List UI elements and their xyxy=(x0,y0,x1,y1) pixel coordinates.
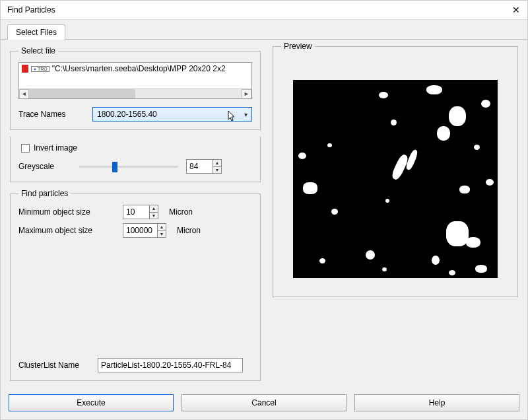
trace-names-label: Trace Names xyxy=(18,110,84,119)
file-type-icon: TRO xyxy=(31,66,50,72)
scroll-left-icon[interactable]: ◄ xyxy=(19,89,29,99)
cluster-label: ClusterList Name xyxy=(18,361,91,370)
file-item[interactable]: TRO "C:\Users\marten.seeba\Desktop\MPP 2… xyxy=(19,63,251,75)
close-icon[interactable]: ✕ xyxy=(512,5,521,15)
max-size-spinner[interactable]: ▲ ▼ xyxy=(123,223,166,238)
max-size-input[interactable] xyxy=(123,223,157,238)
min-size-label: Minimum object size xyxy=(18,207,117,217)
find-particles-legend: Find particles xyxy=(18,189,71,198)
invert-image-checkbox[interactable] xyxy=(21,144,30,153)
cancel-button[interactable]: Cancel xyxy=(182,394,346,411)
select-file-legend: Select file xyxy=(18,46,58,55)
tab-bar: Select Files xyxy=(1,19,527,39)
greyscale-value-input[interactable] xyxy=(186,159,213,174)
cursor-pointer-icon xyxy=(228,110,237,122)
select-file-group: Select file TRO "C:\Users\marten.seeba\D… xyxy=(10,46,261,130)
spinner-up-icon[interactable]: ▲ xyxy=(157,223,166,230)
content-area: Select file TRO "C:\Users\marten.seeba\D… xyxy=(1,39,527,388)
invert-image-row: Invert image xyxy=(21,143,252,153)
min-size-input[interactable] xyxy=(123,205,149,219)
slider-thumb[interactable] xyxy=(112,162,117,172)
horizontal-scrollbar[interactable]: ◄ ► xyxy=(19,88,251,98)
greyscale-row: Greyscale ▲ ▼ xyxy=(18,159,252,174)
file-icon-red xyxy=(22,65,28,73)
spinner-down-icon[interactable]: ▼ xyxy=(157,230,166,238)
left-column: Select file TRO "C:\Users\marten.seeba\D… xyxy=(10,46,261,381)
button-row: Execute Cancel Help xyxy=(1,388,527,419)
min-size-unit: Micron xyxy=(169,207,193,217)
scroll-track[interactable] xyxy=(29,89,242,98)
trace-names-dropdown[interactable]: 1800.20-1565.40 ▾ xyxy=(92,107,252,122)
preview-canvas xyxy=(293,80,498,278)
tab-select-files[interactable]: Select Files xyxy=(7,24,65,40)
max-size-label: Maximum object size xyxy=(18,226,117,235)
right-column: Preview xyxy=(273,46,518,381)
trace-names-value: 1800.20-1565.40 xyxy=(97,110,157,119)
spinner-down-icon[interactable]: ▼ xyxy=(149,212,158,220)
scroll-thumb[interactable] xyxy=(29,89,135,98)
window-title: Find Particles xyxy=(7,5,55,15)
min-size-spinner[interactable]: ▲ ▼ xyxy=(123,205,158,219)
file-path-text: "C:\Users\marten.seeba\Desktop\MPP 20x20… xyxy=(52,64,226,73)
chevron-down-icon: ▾ xyxy=(243,111,249,118)
greyscale-slider[interactable] xyxy=(79,160,178,173)
execute-button[interactable]: Execute xyxy=(9,394,174,411)
cluster-row: ClusterList Name ParticleList-1800.20-15… xyxy=(18,358,252,372)
min-size-row: Minimum object size ▲ ▼ Micron xyxy=(18,205,252,219)
slider-track xyxy=(79,166,178,168)
cluster-name-input[interactable]: ParticleList-1800.20-1565.40-FRL-84 xyxy=(98,358,243,372)
max-size-row: Maximum object size ▲ ▼ Micron xyxy=(18,223,252,238)
find-particles-window: Find Particles ✕ Select Files Select fil… xyxy=(0,0,528,420)
preview-group: Preview xyxy=(273,46,518,297)
preview-legend: Preview xyxy=(281,42,315,51)
spinner-down-icon[interactable]: ▼ xyxy=(213,166,222,174)
greyscale-group: Invert image Greyscale ▲ ▼ xyxy=(10,137,261,182)
spinner-up-icon[interactable]: ▲ xyxy=(213,159,222,166)
trace-row: Trace Names 1800.20-1565.40 ▾ xyxy=(18,107,252,122)
help-button[interactable]: Help xyxy=(354,394,519,411)
scroll-right-icon[interactable]: ► xyxy=(242,89,251,99)
spinner-up-icon[interactable]: ▲ xyxy=(149,205,158,212)
cluster-name-value: ParticleList-1800.20-1565.40-FRL-84 xyxy=(101,361,231,370)
max-size-unit: Micron xyxy=(177,226,201,235)
greyscale-spinner[interactable]: ▲ ▼ xyxy=(186,159,222,174)
file-listbox[interactable]: TRO "C:\Users\marten.seeba\Desktop\MPP 2… xyxy=(18,62,252,99)
titlebar: Find Particles ✕ xyxy=(1,1,527,19)
greyscale-label: Greyscale xyxy=(18,162,71,171)
find-particles-group: Find particles Minimum object size ▲ ▼ M… xyxy=(10,189,261,381)
invert-image-label: Invert image xyxy=(34,143,77,153)
